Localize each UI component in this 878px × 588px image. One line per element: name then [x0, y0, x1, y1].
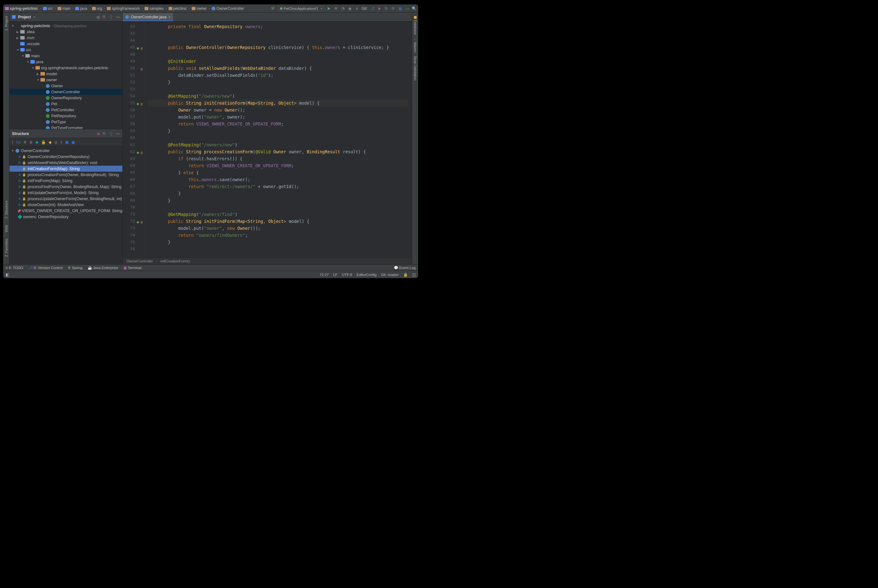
crumb-main[interactable]: main: [57, 6, 71, 11]
encoding[interactable]: UTF-8: [342, 273, 352, 277]
line-separator[interactable]: LF: [333, 273, 337, 277]
tree-row[interactable]: PetTypeFormatter: [9, 125, 122, 129]
crumb-java[interactable]: java: [75, 6, 87, 11]
tree-row[interactable]: ▼java: [9, 59, 122, 65]
editor-breadcrumb[interactable]: OwnerController › initCreationForm(): [123, 257, 412, 264]
structure-row[interactable]: VIEWS_OWNER_CREATE_OR_UPDATE_FORM: Strin…: [9, 208, 122, 214]
structure-row[interactable]: ≡🔒processUpdateOwnerForm(Owner, BindingR…: [9, 196, 122, 202]
spring-button[interactable]: ❀ Spring: [68, 266, 82, 270]
tree-row[interactable]: ▼org.springframework.samples.petclinic: [9, 65, 122, 71]
editorconfig[interactable]: EditorConfig: [356, 273, 376, 277]
tree-row[interactable]: ▼src: [9, 47, 122, 53]
stripe-project[interactable]: 1: Project: [5, 14, 8, 33]
vcs-button[interactable]: ⎇ 9: Version Control: [29, 266, 63, 270]
tree-row[interactable]: .vscode: [9, 41, 122, 47]
close-tab-icon[interactable]: ×: [168, 15, 170, 19]
structure-row[interactable]: ≡🔒initCreationForm(Map): String: [9, 166, 122, 172]
crumb-sf[interactable]: springframework: [107, 6, 140, 11]
crumb-class[interactable]: OwnerController: [212, 6, 244, 11]
tree-root[interactable]: ▼ spring-petclinic ~/Sites/spring-petcli…: [9, 23, 122, 29]
todo-button[interactable]: ≡ 6: TODO: [6, 266, 23, 270]
structure-row[interactable]: ≡🔒processCreationForm(Owner, BindingResu…: [9, 172, 122, 178]
lambda-icon[interactable]: λ: [60, 140, 62, 144]
tree-row[interactable]: Owner: [9, 83, 122, 89]
structure-expand-icon[interactable]: ⇲: [96, 132, 100, 136]
stripe-database[interactable]: Database: [413, 14, 417, 37]
structure-row[interactable]: ≡🔒setAllowedFields(WebDataBinder): void: [9, 160, 122, 166]
stripe-favorites[interactable]: 2: Favorites: [5, 237, 8, 259]
structure-row[interactable]: ≡🔒initFindForm(Map): String: [9, 178, 122, 184]
event-log-button[interactable]: 💬 Event Log: [394, 266, 416, 270]
structure-minimize-icon[interactable]: —: [116, 132, 120, 136]
crumb-owner[interactable]: owner: [192, 6, 207, 11]
tree-row[interactable]: ▶.mvn: [9, 35, 122, 41]
profiler-button[interactable]: ◉: [347, 6, 352, 11]
tree-row[interactable]: ▼main: [9, 53, 122, 59]
tree-row[interactable]: ▼owner: [9, 77, 122, 83]
editor-tab[interactable]: OwnerController.java ×: [123, 13, 173, 21]
filter-icon[interactable]: ✲: [23, 140, 27, 144]
structure-tree[interactable]: ▼ OwnerController ≡🔒OwnerController(Owne…: [9, 146, 122, 264]
crumb-src[interactable]: src: [43, 6, 53, 11]
structure-row[interactable]: ≡🔒processFindForm(Owner, BindingResult, …: [9, 184, 122, 190]
settings-icon[interactable]: ⋮: [109, 15, 113, 19]
crumb-org[interactable]: org: [92, 6, 102, 11]
memory-icon[interactable]: ◫: [412, 273, 416, 277]
project-tool-label[interactable]: Project: [18, 15, 31, 19]
error-stripe[interactable]: [408, 21, 412, 257]
stripe-web[interactable]: Web: [5, 223, 8, 234]
minimize-icon[interactable]: —: [116, 15, 120, 19]
run-button[interactable]: [327, 6, 331, 11]
terminal-button[interactable]: ▣ Terminal: [123, 266, 141, 270]
crumb-petclinic[interactable]: petclinic: [168, 6, 187, 11]
box1-icon[interactable]: ▣: [65, 140, 69, 144]
javaee-button[interactable]: ☕ Java Enterprise: [87, 266, 118, 270]
tree-row[interactable]: ▶.idea: [9, 29, 122, 35]
stop-button[interactable]: ■: [355, 6, 359, 11]
tree-row[interactable]: Pet: [9, 101, 122, 107]
structure-row[interactable]: owners: OwnerRepository: [9, 214, 122, 220]
coverage-button[interactable]: ◔: [341, 6, 345, 11]
hammer-icon[interactable]: ⚒: [271, 6, 275, 11]
stripe-bean[interactable]: Bean Validation: [413, 54, 417, 82]
target-icon[interactable]: ◎: [54, 140, 57, 144]
debug-button[interactable]: ✲: [334, 6, 338, 11]
branch-icon[interactable]: ⎇: [370, 6, 374, 11]
list-icon[interactable]: ≣: [29, 140, 33, 144]
sort-icon[interactable]: ↕: [11, 140, 13, 144]
diamond-icon[interactable]: ◆: [49, 140, 51, 144]
select-opened-icon[interactable]: ◎: [96, 15, 100, 19]
tree-row[interactable]: PetType: [9, 119, 122, 125]
tree-row[interactable]: PetController: [9, 107, 122, 113]
crumb-samples[interactable]: samples: [144, 6, 164, 11]
cursor-position[interactable]: 72:27: [320, 273, 329, 277]
structure-label[interactable]: Structure: [12, 132, 29, 136]
tree-row[interactable]: PetRepository: [9, 113, 122, 119]
tool-windows-icon[interactable]: ◧: [6, 273, 9, 277]
structure-row[interactable]: ≡🔒OwnerController(OwnerRepository): [9, 154, 122, 160]
history-icon[interactable]: ⟳: [391, 6, 395, 11]
tree-row[interactable]: OwnerRepository: [9, 95, 122, 101]
tree-row[interactable]: OwnerController: [9, 89, 122, 95]
editor-gutter[interactable]: 42434445●@484950@5152535455●@56575859606…: [123, 21, 145, 257]
tree-row[interactable]: ▶model: [9, 71, 122, 77]
box2-icon[interactable]: ▣: [72, 140, 75, 144]
structure-settings-icon[interactable]: ⋮: [109, 132, 113, 136]
git-branch[interactable]: Git: master: [381, 273, 399, 277]
expand-all-icon[interactable]: ⇱: [103, 15, 106, 19]
presentation-icon[interactable]: ▭: [405, 6, 409, 11]
stripe-structure[interactable]: 7: Structure: [5, 199, 8, 220]
search-everywhere-icon[interactable]: 🔍: [412, 6, 416, 11]
az-icon[interactable]: Aᴢ: [16, 140, 21, 144]
structure-row[interactable]: ≡🔒initUpdateOwnerForm(int, Model): Strin…: [9, 190, 122, 196]
stripe-maven[interactable]: ⟂Maven: [413, 37, 417, 54]
run-config-selector[interactable]: PetClinicApplication#1: [278, 6, 324, 11]
lock-icon[interactable]: 🔒: [41, 140, 46, 144]
project-tree[interactable]: ▼ spring-petclinic ~/Sites/spring-petcli…: [9, 21, 122, 129]
structure-row[interactable]: ≡🔒showOwner(int): ModelAndView: [9, 202, 122, 208]
structure-collapse-icon[interactable]: ⇱: [103, 132, 106, 136]
tag-icon[interactable]: ◆: [35, 140, 38, 144]
editor-code[interactable]: private final OwnerRepository owners; pu…: [145, 21, 408, 257]
update-icon[interactable]: ↻: [384, 6, 388, 11]
lock-status-icon[interactable]: 🔒: [403, 273, 408, 277]
